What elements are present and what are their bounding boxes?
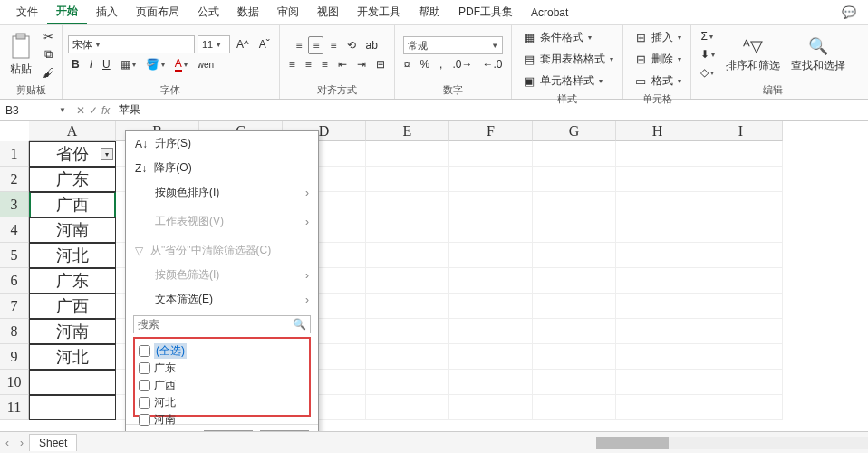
cell[interactable]: [699, 370, 783, 395]
number-format-combo[interactable]: 常规▼: [403, 36, 503, 54]
cell[interactable]: [699, 395, 783, 420]
cell[interactable]: [366, 268, 449, 294]
cell[interactable]: [616, 268, 699, 294]
cell[interactable]: [366, 319, 449, 344]
col-header-g[interactable]: G: [533, 121, 616, 141]
row-header[interactable]: 1: [0, 141, 29, 167]
cell[interactable]: [533, 167, 616, 192]
filter-item-2[interactable]: 河北: [139, 394, 305, 411]
cell[interactable]: [699, 192, 783, 217]
clear-button[interactable]: ◇▾: [697, 64, 718, 81]
tab-acrobat[interactable]: Acrobat: [522, 3, 577, 23]
merge-button[interactable]: ⊟: [372, 56, 389, 72]
currency-button[interactable]: ¤: [400, 56, 414, 72]
cell[interactable]: [366, 243, 449, 268]
cell[interactable]: [449, 243, 533, 268]
comma-button[interactable]: ,: [436, 56, 446, 72]
cell[interactable]: [616, 395, 699, 420]
cell[interactable]: [616, 167, 699, 192]
sort-by-color-item[interactable]: 按颜色排序(I)›: [126, 180, 318, 205]
name-box[interactable]: B3▼: [0, 104, 72, 117]
comments-button[interactable]: 💬: [837, 3, 861, 23]
fill-button[interactable]: ⬇▾: [697, 46, 719, 63]
filter-search-input[interactable]: [138, 318, 293, 331]
cell[interactable]: [29, 395, 116, 420]
col-header-i[interactable]: I: [699, 121, 783, 141]
cell[interactable]: [699, 319, 783, 344]
paste-button[interactable]: 粘贴: [5, 31, 36, 79]
cell[interactable]: [533, 192, 616, 217]
cell[interactable]: [366, 370, 449, 395]
tab-review[interactable]: 审阅: [268, 1, 308, 24]
sort-desc-item[interactable]: Z↓降序(O): [126, 156, 318, 180]
font-name-combo[interactable]: 宋体▼: [68, 35, 195, 53]
cell[interactable]: [449, 319, 533, 344]
align-left-button[interactable]: ≡: [285, 56, 299, 72]
cell[interactable]: [699, 268, 783, 294]
col-header-a[interactable]: A: [29, 121, 116, 141]
formula-input[interactable]: 苹果: [113, 102, 868, 118]
cell[interactable]: [699, 141, 783, 167]
cell[interactable]: [699, 167, 783, 192]
decrease-indent-button[interactable]: ⇤: [334, 56, 351, 72]
decrease-font-button[interactable]: Aˇ: [256, 36, 274, 53]
cell[interactable]: [616, 344, 699, 370]
cell[interactable]: 广西: [29, 192, 116, 217]
cell[interactable]: [616, 141, 699, 167]
cell[interactable]: [366, 395, 449, 420]
tab-layout[interactable]: 页面布局: [127, 1, 188, 24]
format-painter-button[interactable]: 🖌: [40, 64, 56, 81]
enter-formula-button[interactable]: ✓: [89, 104, 98, 117]
fill-color-button[interactable]: 🪣▾: [142, 56, 169, 72]
percent-button[interactable]: %: [416, 56, 433, 72]
bold-button[interactable]: B: [68, 56, 83, 72]
cell[interactable]: [449, 294, 533, 319]
cell[interactable]: [366, 294, 449, 319]
sheet-tab[interactable]: Sheet: [29, 434, 77, 451]
cell[interactable]: [449, 217, 533, 243]
cell[interactable]: [366, 192, 449, 217]
cell[interactable]: [533, 370, 616, 395]
cell[interactable]: 河北: [29, 344, 116, 370]
tab-formula[interactable]: 公式: [188, 1, 228, 24]
cell[interactable]: [449, 344, 533, 370]
horizontal-scrollbar[interactable]: [596, 437, 868, 449]
row-header[interactable]: 6: [0, 268, 29, 294]
tab-help[interactable]: 帮助: [410, 1, 449, 24]
underline-button[interactable]: U: [99, 56, 114, 72]
cell[interactable]: [699, 294, 783, 319]
cell[interactable]: [699, 243, 783, 268]
cell-styles-button[interactable]: ▣单元格样式▾: [517, 71, 606, 91]
sort-asc-item[interactable]: A↓升序(S): [126, 131, 318, 156]
row-header[interactable]: 3: [0, 192, 29, 217]
cell[interactable]: 河北: [29, 243, 116, 268]
cell[interactable]: [533, 319, 616, 344]
phonetic-button[interactable]: wen: [194, 58, 217, 72]
row-header[interactable]: 10: [0, 370, 29, 395]
cut-button[interactable]: ✂: [40, 28, 56, 44]
row-header[interactable]: 5: [0, 243, 29, 268]
col-header-f[interactable]: F: [449, 121, 533, 141]
cell[interactable]: [533, 268, 616, 294]
cell[interactable]: [366, 344, 449, 370]
cell[interactable]: [616, 294, 699, 319]
cell[interactable]: [366, 141, 449, 167]
text-filter-item[interactable]: 文本筛选(E)›: [126, 287, 318, 312]
font-color-button[interactable]: A▾: [171, 55, 191, 73]
cell[interactable]: [699, 217, 783, 243]
cell[interactable]: [533, 395, 616, 420]
row-header[interactable]: 7: [0, 294, 29, 319]
cell[interactable]: [449, 167, 533, 192]
row-header[interactable]: 2: [0, 167, 29, 192]
row-header[interactable]: 8: [0, 319, 29, 344]
tab-pdf[interactable]: PDF工具集: [449, 1, 522, 24]
cell[interactable]: 广西: [29, 294, 116, 319]
align-right-button[interactable]: ≡: [318, 56, 332, 72]
fx-button[interactable]: fx: [101, 104, 110, 117]
cell[interactable]: 广东: [29, 167, 116, 192]
filter-item-1[interactable]: 广西: [139, 377, 305, 394]
insert-cells-button[interactable]: ⊞插入▾: [629, 27, 685, 47]
cell[interactable]: [533, 217, 616, 243]
cell[interactable]: [699, 344, 783, 370]
orientation-button[interactable]: ⟲: [343, 37, 360, 53]
